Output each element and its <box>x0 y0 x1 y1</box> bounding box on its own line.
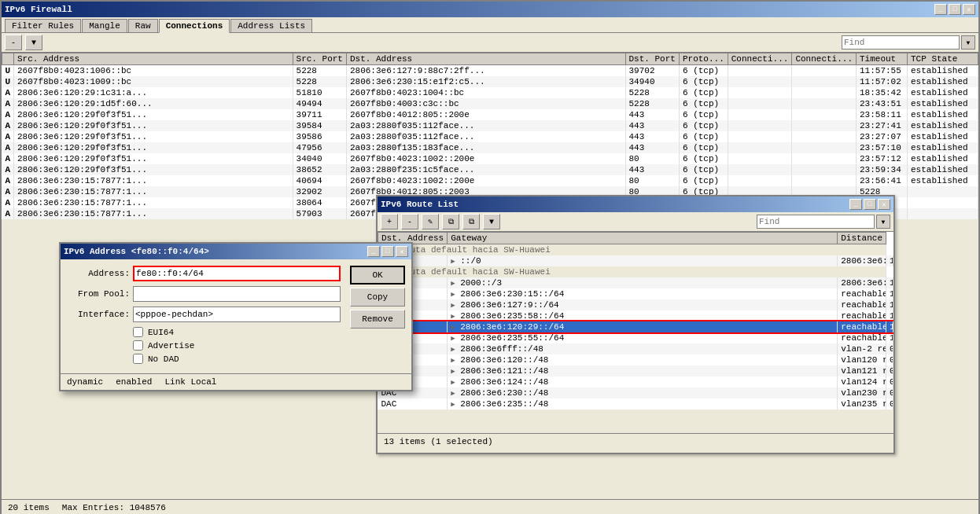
route-maximize-btn[interactable]: □ <box>864 199 876 210</box>
close-button[interactable]: ✕ <box>963 4 975 15</box>
tab-connections[interactable]: Connections <box>159 19 230 33</box>
col-src-port-header[interactable]: Src. Port <box>293 53 346 65</box>
route-row[interactable]: DAC ▶ 2806:3e6fff::/48 vlan-2 reachable … <box>378 343 893 354</box>
table-row[interactable]: A 2806:3e6:120:29f0f3f51... 39586 2a03:2… <box>2 131 978 142</box>
interface-input[interactable] <box>133 307 341 322</box>
route-remove-btn[interactable]: - <box>401 214 418 229</box>
route-row[interactable]: AS ▶ ::/0 2806:3e6:fff::abcd:1 reachable… <box>378 255 893 266</box>
col-conn1-header[interactable]: Connecti... <box>728 53 792 65</box>
dialog-maximize-btn[interactable]: □ <box>381 246 394 257</box>
route-row[interactable]: ::: Ruta default hacia SW-Huawei <box>378 266 893 277</box>
route-col-distance-header[interactable]: Distance <box>838 233 886 244</box>
dialog-title: IPv6 Address <fe80::f0:4/64> <box>64 247 209 256</box>
col-proto-header[interactable]: Proto... <box>679 53 728 65</box>
eui64-checkbox[interactable] <box>133 327 143 337</box>
route-gateway: reachable <box>838 321 886 332</box>
route-row[interactable]: DAS ▶ 2806:3e6:230:15::/64 reachable 1 <box>378 288 893 299</box>
row-dst-addr: 2806:3e6:127:9:88c7:2ff... <box>346 65 625 77</box>
col-src-addr-header[interactable]: Src. Address <box>14 53 293 65</box>
dialog-close-btn[interactable]: ✕ <box>396 246 408 257</box>
table-row[interactable]: A 2806:3e6:120:29:1c31:a... 51810 2607f8… <box>2 87 978 98</box>
table-row[interactable]: A 2806:3e6:120:29f0f3f51... 39711 2607f8… <box>2 109 978 120</box>
route-col-gateway-header[interactable]: Gateway <box>448 233 838 244</box>
dialog-minimize-btn[interactable]: _ <box>367 246 380 257</box>
row-dst-port: 39702 <box>625 65 679 77</box>
table-row[interactable]: A 2806:3e6:120:29f0f3f51... 47956 2a03:2… <box>2 142 978 153</box>
route-row[interactable]: DAS ▶ 2806:3e6:127:9::/64 reachable 1 <box>378 299 893 310</box>
main-toolbar: - ▼ ▼ <box>2 33 978 53</box>
route-gateway: vlan124 reachable <box>838 376 886 387</box>
route-row[interactable]: DAS ▶ 2806:3e6:120:29::/64 reachable 1 <box>378 321 893 332</box>
tab-filter-rules[interactable]: Filter Rules <box>5 19 81 32</box>
row-state: established <box>908 153 978 164</box>
table-row[interactable]: U 2607f8b0:4023:1006::bc 5228 2806:3e6:1… <box>2 65 978 77</box>
route-minimize-btn[interactable]: _ <box>849 199 862 210</box>
table-row[interactable]: A 2806:3e6:120:29:1d5f:60... 49494 2607f… <box>2 98 978 109</box>
route-distance: 0 <box>886 365 893 376</box>
route-row[interactable]: AS ▶ 2000::/3 2806:3e6:fff::abcd:1 reach… <box>378 277 893 288</box>
col-tcpstate-header[interactable]: TCP State <box>908 53 978 65</box>
table-row[interactable]: A 2806:3e6:120:29f0f3f51... 38652 2a03:2… <box>2 164 978 175</box>
table-row[interactable]: A 2806:3e6:120:29f0f3f51... 39584 2a03:2… <box>2 120 978 131</box>
row-flag: A <box>2 197 14 208</box>
advertise-checkbox[interactable] <box>133 340 143 351</box>
route-paste-btn[interactable]: ⧉ <box>462 214 480 229</box>
minus-button[interactable]: - <box>5 35 22 50</box>
route-row[interactable]: ::: Ruta default hacia SW-Huawei <box>378 244 893 256</box>
route-row[interactable]: DAS ▶ 2806:3e6:235:58::/64 reachable 1 <box>378 310 893 321</box>
row-dst-port: 80 <box>625 153 679 164</box>
row-dst-addr: 2a03:2880f035:112face... <box>346 131 625 142</box>
row-timeout: 23:56:41 <box>857 175 908 186</box>
route-find-dropdown[interactable]: ▼ <box>876 215 890 229</box>
dialog-footer: dynamic enabled Link Local <box>61 373 411 390</box>
route-row[interactable]: DAS ▶ 2806:3e6:235:55::/64 reachable 1 <box>378 332 893 343</box>
route-close-btn[interactable]: ✕ <box>878 199 890 210</box>
route-edit-btn[interactable]: ✎ <box>422 214 439 229</box>
copy-button[interactable]: Copy <box>350 288 405 307</box>
table-row[interactable]: A 2806:3e6:120:29f0f3f51... 34040 2607f8… <box>2 153 978 164</box>
route-header-cell: ::: Ruta default hacia SW-Huawei <box>378 244 886 256</box>
ipv6-address-dialog: IPv6 Address <fe80::f0:4/64> _ □ ✕ Addre… <box>59 242 413 391</box>
col-flag-header[interactable] <box>2 53 14 65</box>
route-gateway: vlan235 reachable <box>838 398 886 409</box>
col-dst-port-header[interactable]: Dst. Port <box>625 53 679 65</box>
no-dad-checkbox[interactable] <box>133 354 143 364</box>
tab-address-lists[interactable]: Address Lists <box>230 19 312 32</box>
route-distance: 0 <box>886 376 893 387</box>
route-distance: 1 <box>886 321 893 332</box>
route-distance: 0 <box>886 354 893 365</box>
from-pool-input[interactable] <box>133 286 341 302</box>
route-add-btn[interactable]: + <box>381 214 398 229</box>
col-timeout-header[interactable]: Timeout <box>857 53 908 65</box>
route-find-input[interactable] <box>757 215 875 229</box>
filter-button[interactable]: ▼ <box>25 35 42 50</box>
row-src-port: 51810 <box>293 87 346 98</box>
col-dst-addr-header[interactable]: Dst. Address <box>346 53 625 65</box>
row-state: established <box>908 120 978 131</box>
find-dropdown[interactable]: ▼ <box>961 35 975 50</box>
route-row[interactable]: DAC ▶ 2806:3e6:230::/48 vlan230 reachabl… <box>378 387 893 398</box>
find-input[interactable] <box>842 35 960 50</box>
address-input[interactable] <box>133 266 341 281</box>
remove-button[interactable]: Remove <box>350 310 405 329</box>
dialog-title-buttons: _ □ ✕ <box>367 246 408 257</box>
row-flag: A <box>2 186 14 197</box>
tab-raw[interactable]: Raw <box>128 19 158 32</box>
col-conn2-header[interactable]: Connecti... <box>792 53 857 65</box>
route-row[interactable]: DAC ▶ 2806:3e6:124::/48 vlan124 reachabl… <box>378 376 893 387</box>
route-row[interactable]: DAC ▶ 2806:3e6:235::/48 vlan235 reachabl… <box>378 398 893 409</box>
table-row[interactable]: A 2806:3e6:230:15:7877:1... 40694 2607f8… <box>2 175 978 186</box>
route-row[interactable]: DAC ▶ 2806:3e6:121::/48 vlan121 reachabl… <box>378 365 893 376</box>
tab-mangle[interactable]: Mangle <box>82 19 127 32</box>
route-table-container[interactable]: Dst. Address Gateway Distance ::: Ruta d… <box>378 232 893 433</box>
minimize-button[interactable]: _ <box>934 4 947 15</box>
route-copy-btn[interactable]: ⧉ <box>442 214 459 229</box>
route-row[interactable]: DAC ▶ 2806:3e6:120::/48 vlan120 reachabl… <box>378 354 893 365</box>
table-row[interactable]: U 2607f8b0:4023:1009::bc 5228 2806:3e6:2… <box>2 76 978 87</box>
ok-button[interactable]: OK <box>350 266 405 285</box>
row-timeout: 23:27:07 <box>857 131 908 142</box>
maximize-button[interactable]: □ <box>949 4 961 15</box>
row-dst-addr: 2607f8b0:4023:1002::200e <box>346 153 625 164</box>
advertise-row: Advertise <box>133 340 341 351</box>
route-filter-btn[interactable]: ▼ <box>483 214 500 229</box>
